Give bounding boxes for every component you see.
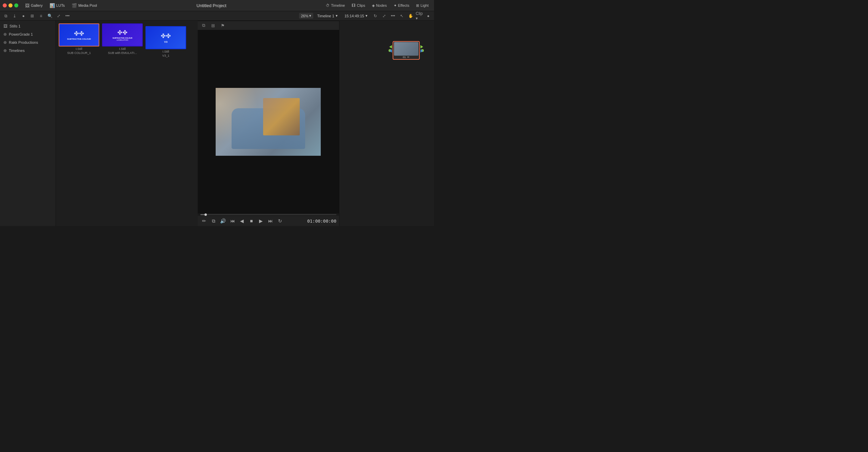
node-output-triangle-green	[420, 45, 423, 49]
minimize-button[interactable]	[8, 3, 13, 7]
gallery-label-sc1-name: SUB COLOUR_1	[67, 51, 91, 55]
nodes-icon: ◈	[372, 3, 375, 8]
gallery-label-sc1-type: I.Still	[76, 47, 82, 51]
flag-btn[interactable]: ⚑	[219, 21, 227, 30]
fullscreen-btn[interactable]: ⤢	[55, 12, 62, 20]
node-pencil-icon: ✏	[407, 56, 410, 59]
video-preview	[198, 30, 339, 213]
menu-right: ⏱ Timeline 🎞 Clips ◈ Nodes ✦ Effects ⊞ L…	[323, 3, 431, 8]
nodes-tab[interactable]: ◈ Nodes	[369, 3, 390, 8]
nodes-panel: 01 ✏	[339, 21, 434, 226]
more2-btn[interactable]: •••	[389, 12, 397, 20]
tool-panel-row: ⧉ ⊞ ⚑	[198, 21, 339, 30]
timeline-tab[interactable]: ⏱ Timeline	[323, 3, 348, 8]
luts-icon: 📊	[50, 3, 55, 8]
video-content	[216, 88, 321, 156]
play-btn[interactable]: ▶	[257, 217, 265, 225]
video-frame	[216, 88, 321, 156]
eyedropper-btn[interactable]: ✏	[200, 217, 208, 225]
stop-btn[interactable]: ■	[248, 217, 255, 225]
top-menubar: 🖼 Gallery 📊 LUTs 🎬 Media Pool Untitled P…	[0, 0, 434, 11]
more-btn[interactable]: •••	[64, 12, 71, 20]
fullscreen2-btn[interactable]: ⤢	[380, 12, 388, 20]
gallery-label-v3-name: V3_1	[162, 54, 169, 57]
rakk-icon: ⊕	[3, 40, 7, 45]
gallery-label-se-type: I.Still	[119, 47, 126, 51]
light-icon: ⊞	[416, 3, 419, 8]
timelines-icon: ⊕	[3, 48, 7, 53]
layer-btn[interactable]: ⧉	[210, 217, 217, 225]
chevron-down-icon: ▾	[309, 14, 311, 18]
sidebar-item-stills[interactable]: 🖼 Stills 1	[0, 22, 56, 30]
node-input-triangle-blue	[389, 49, 392, 53]
refresh-btn[interactable]: ↻	[372, 12, 379, 20]
node-input-triangle-green	[389, 45, 392, 49]
scrub-bar-container[interactable]	[198, 213, 339, 216]
scrub-bar[interactable]	[200, 214, 337, 215]
light-tab[interactable]: ⊞ Light	[413, 3, 431, 8]
gallery-label-v3-type: I.Still	[162, 50, 169, 53]
nodes-canvas[interactable]: 01 ✏	[339, 21, 434, 226]
timeline-name[interactable]: Timeline 1 ▾	[315, 13, 340, 19]
node-01[interactable]: 01 ✏	[393, 41, 420, 60]
clips-icon: 🎞	[352, 3, 355, 7]
skip-start-btn[interactable]: ⏮	[229, 217, 236, 225]
powergrade-icon: ⊕	[3, 32, 7, 37]
sidebar: 🖼 Stills 1 ⊕ PowerGrade 1 ⊕ Rakk Product…	[0, 21, 56, 226]
luts-menu[interactable]: 📊 LUTs	[47, 2, 67, 9]
gallery-grid: ✤✤ SUBTRACTIVE COLOUR I.Still SUB COLOUR…	[56, 21, 198, 60]
hand-btn[interactable]: ✋	[407, 12, 414, 20]
cursor-btn[interactable]: ↖	[398, 12, 406, 20]
grid-view-btn[interactable]: ⊞	[209, 21, 217, 30]
search-btn[interactable]: 🔍	[46, 12, 54, 20]
gallery-icon: 🖼	[25, 3, 29, 8]
playback-controls: ✏ ⧉ 🔊 ⏮ ◀ ■ ▶ ⏭ ↻ 01:00:00:00	[198, 216, 339, 226]
sidebar-item-rakk[interactable]: ⊕ Rakk Productions	[0, 38, 56, 46]
center-area: ⧉ ⊞ ⚑	[198, 21, 339, 226]
traffic-lights	[3, 3, 18, 7]
split-view-btn[interactable]: ⧉	[200, 21, 208, 30]
stills-icon: 🖼	[3, 24, 7, 29]
gallery-menu[interactable]: 🖼 Gallery	[22, 2, 45, 9]
node-output-triangle-blue	[420, 49, 423, 53]
scrub-fill	[200, 214, 204, 215]
effects-icon: ✦	[394, 3, 397, 8]
second-toolbar: ⧉ ⤓ ● ⊞ ≡ 🔍 ⤢ ••• 26% ▾ Timeline 1 ▾ 15:…	[0, 11, 434, 21]
clip-label[interactable]: Clip ▾	[416, 12, 423, 20]
loop-btn[interactable]: ↻	[276, 217, 284, 225]
media-pool-menu[interactable]: 🎬 Media Pool	[69, 2, 100, 9]
gallery-item-v3[interactable]: ✤✤ V3 I.Still V3_1	[145, 26, 186, 57]
media-pool-icon: 🎬	[72, 3, 77, 8]
panel-toggle-btn[interactable]: ⧉	[2, 12, 9, 20]
project-title: Untitled Project	[101, 3, 322, 8]
export-btn[interactable]: ⤓	[11, 12, 18, 20]
close-button[interactable]	[3, 3, 7, 7]
effects-tab[interactable]: ✦ Effects	[391, 3, 412, 8]
scrub-handle[interactable]	[204, 213, 207, 216]
gallery-label-se-name: SUB with EMULATI...	[108, 51, 137, 55]
skip-end-btn[interactable]: ⏭	[267, 217, 274, 225]
zoom-selector[interactable]: 26% ▾	[299, 13, 313, 19]
node-thumb	[394, 42, 418, 56]
sidebar-item-powergrade[interactable]: ⊕ PowerGrade 1	[0, 30, 56, 38]
grid-btn[interactable]: ⊞	[28, 12, 36, 20]
chevron-down-icon: ▾	[336, 14, 338, 18]
maximize-button[interactable]	[14, 3, 18, 7]
audio-btn[interactable]: 🔊	[219, 217, 227, 225]
chevron-down-icon: ▾	[366, 14, 368, 18]
list-btn[interactable]: ≡	[37, 12, 45, 20]
dot2-btn[interactable]: ●	[425, 12, 432, 20]
sidebar-item-timelines[interactable]: ⊕ Timelines	[0, 46, 56, 55]
playback-timecode: 01:00:00:00	[286, 219, 337, 224]
clips-tab[interactable]: 🎞 Clips	[349, 3, 368, 8]
gallery-item-sub-emulation[interactable]: ✤✤ SUBTRACTIVE COLOUR w EMULATION I.Stil…	[102, 23, 143, 57]
gallery-item-sub-colour1[interactable]: ✤✤ SUBTRACTIVE COLOUR I.Still SUB COLOUR…	[59, 23, 99, 57]
prev-frame-btn[interactable]: ◀	[238, 217, 246, 225]
timecode-display[interactable]: 15:14:49:15 ▾	[342, 13, 370, 19]
dot-btn[interactable]: ●	[20, 12, 27, 20]
gallery-area: ✤✤ SUBTRACTIVE COLOUR I.Still SUB COLOUR…	[56, 21, 198, 226]
timeline-icon: ⏱	[326, 3, 330, 7]
